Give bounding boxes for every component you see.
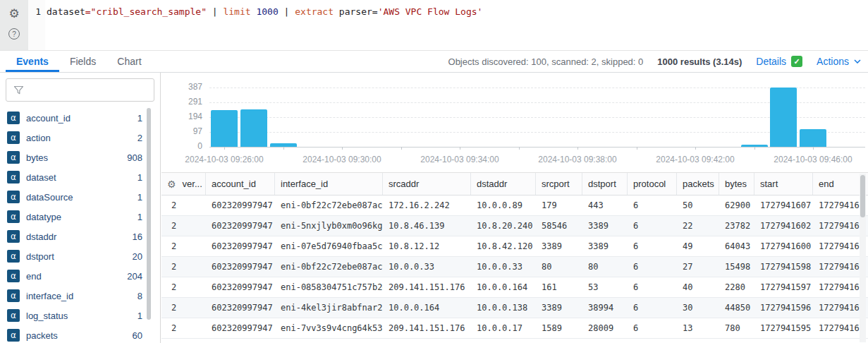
cell-interface_id[interactable]: eni-7vv3s9v4cng64k53i	[275, 323, 383, 333]
cell-ver[interactable]: 2	[161, 241, 206, 251]
column-header-dstaddr[interactable]: dstaddr	[471, 173, 536, 195]
cell-packets[interactable]: 40	[677, 282, 719, 292]
tab-events[interactable]: Events	[6, 51, 59, 72]
cell-bytes[interactable]: 62900	[719, 200, 754, 210]
cell-start[interactable]: 1727941598	[754, 262, 813, 272]
cell-account_id[interactable]: 602320997947	[206, 200, 275, 210]
table-scrollbar[interactable]	[860, 174, 866, 342]
cell-protocol[interactable]: 6	[628, 241, 677, 251]
cell-account_id[interactable]: 602320997947	[206, 221, 275, 231]
cell-srcport[interactable]: 1589	[536, 323, 582, 333]
cell-dstport[interactable]: 38994	[582, 303, 628, 313]
histogram-bar[interactable]	[800, 129, 826, 147]
cell-start[interactable]: 1727941607	[754, 200, 813, 210]
histogram-bar[interactable]	[211, 110, 238, 147]
cell-interface_id[interactable]: eni-0bf22c72ebe087ac9	[275, 262, 383, 272]
field-filter-input[interactable]	[30, 79, 154, 101]
cell-interface_id[interactable]: eni-5nxjlyb0xm0o96kgs	[275, 221, 383, 231]
cell-dstaddr[interactable]: 10.8.42.120	[471, 241, 536, 251]
column-settings-gear-icon[interactable]: ⚙	[167, 179, 176, 190]
cell-end[interactable]: 172794160	[813, 282, 860, 292]
query-input[interactable]: dataset="cribl_search_sample" | limit 10…	[47, 6, 482, 17]
cell-srcport[interactable]: 179	[536, 200, 582, 210]
settings-gear-icon[interactable]: ⚙	[6, 6, 22, 21]
cell-start[interactable]: 1727941596	[754, 303, 813, 313]
cell-protocol[interactable]: 6	[628, 200, 677, 210]
cell-dstport[interactable]: 3389	[582, 241, 628, 251]
cell-account_id[interactable]: 602320997947	[206, 303, 275, 313]
cell-srcaddr[interactable]: 209.141.151.176	[383, 323, 471, 333]
cell-end[interactable]: 172794160	[813, 241, 860, 251]
cell-packets[interactable]: 30	[677, 303, 719, 313]
sidebar-field-log_status[interactable]: αlog_status1	[0, 306, 161, 325]
cell-srcaddr[interactable]: 10.0.0.33	[383, 262, 471, 272]
cell-ver[interactable]: 2	[161, 282, 206, 292]
sidebar-field-interface_id[interactable]: αinterface_id8	[0, 286, 161, 306]
help-icon[interactable]: ?	[6, 26, 22, 42]
cell-packets[interactable]: 49	[677, 241, 719, 251]
cell-srcport[interactable]: 161	[536, 282, 582, 292]
cell-ver[interactable]: 2	[161, 323, 206, 333]
sidebar-scrollbar[interactable]	[147, 108, 151, 337]
cell-srcaddr[interactable]: 209.141.151.176	[383, 282, 471, 292]
column-header-start[interactable]: start	[754, 173, 813, 195]
cell-packets[interactable]: 13	[677, 323, 719, 333]
cell-srcaddr[interactable]: 10.0.0.164	[383, 303, 471, 313]
sidebar-scrollbar-thumb[interactable]	[147, 108, 151, 320]
cell-protocol[interactable]: 6	[628, 323, 677, 333]
cell-account_id[interactable]: 602320997947	[206, 282, 275, 292]
column-header-packets[interactable]: packets	[677, 173, 719, 195]
cell-srcport[interactable]: 58546	[536, 221, 582, 231]
sidebar-field-dstport[interactable]: αdstport20	[0, 246, 161, 266]
cell-dstport[interactable]: 28009	[582, 323, 628, 333]
cell-protocol[interactable]: 6	[628, 221, 677, 231]
cell-srcport[interactable]: 80	[536, 262, 582, 272]
cell-protocol[interactable]: 6	[628, 303, 677, 313]
cell-bytes[interactable]: 44850	[719, 303, 754, 313]
cell-account_id[interactable]: 602320997947	[206, 262, 275, 272]
cell-start[interactable]: 1727941600	[754, 241, 813, 251]
cell-start[interactable]: 1727941597	[754, 282, 813, 292]
histogram-bar[interactable]	[240, 109, 267, 147]
tab-fields[interactable]: Fields	[59, 51, 106, 72]
cell-bytes[interactable]: 64043	[719, 241, 754, 251]
cell-srcaddr[interactable]: 172.16.2.242	[383, 200, 471, 210]
cell-bytes[interactable]: 23782	[719, 221, 754, 231]
column-header-account_id[interactable]: account_id	[206, 173, 275, 195]
cell-interface_id[interactable]: eni-4kel3jir8abfnar2k	[275, 303, 383, 313]
cell-srcaddr[interactable]: 10.8.46.139	[383, 221, 471, 231]
cell-protocol[interactable]: 6	[628, 262, 677, 272]
details-button[interactable]: Details ✓	[756, 56, 802, 67]
cell-protocol[interactable]: 6	[628, 282, 677, 292]
cell-end[interactable]: 172794160	[813, 303, 860, 313]
cell-interface_id[interactable]: eni-07e5d76940fbaa5c6	[275, 241, 383, 251]
cell-end[interactable]: 172794161	[813, 200, 860, 210]
column-header-bytes[interactable]: bytes	[719, 173, 754, 195]
column-header-interface_id[interactable]: interface_id	[275, 173, 383, 195]
cell-dstaddr[interactable]: 10.0.0.33	[471, 262, 536, 272]
cell-srcport[interactable]: 3389	[536, 241, 582, 251]
cell-end[interactable]: 172794161	[813, 221, 860, 231]
sidebar-field-end[interactable]: αend204	[0, 266, 161, 286]
cell-start[interactable]: 1727941595	[754, 323, 813, 333]
sidebar-field-datatype[interactable]: αdatatype1	[0, 207, 161, 227]
sidebar-field-action[interactable]: αaction2	[0, 128, 161, 148]
tab-chart[interactable]: Chart	[106, 51, 152, 72]
column-header-protocol[interactable]: protocol	[628, 173, 677, 195]
column-header-srcaddr[interactable]: srcaddr	[383, 173, 471, 195]
cell-dstaddr[interactable]: 10.0.0.17	[471, 323, 536, 333]
cell-interface_id[interactable]: eni-0bf22c72ebe087ac9	[275, 200, 383, 210]
cell-packets[interactable]: 22	[677, 221, 719, 231]
column-header-dstport[interactable]: dstport	[582, 173, 628, 195]
cell-dstport[interactable]: 80	[582, 262, 628, 272]
column-header-srcport[interactable]: srcport	[536, 173, 582, 195]
cell-srcport[interactable]: 3389	[536, 303, 582, 313]
sidebar-field-dstaddr[interactable]: αdstaddr16	[0, 227, 161, 246]
cell-start[interactable]: 1727941602	[754, 221, 813, 231]
cell-dstport[interactable]: 443	[582, 200, 628, 210]
cell-ver[interactable]: 2	[161, 200, 206, 210]
cell-dstaddr[interactable]: 10.0.0.164	[471, 282, 536, 292]
sidebar-field-account_id[interactable]: αaccount_id1	[0, 108, 161, 128]
cell-end[interactable]: 172794161	[813, 323, 860, 333]
cell-packets[interactable]: 50	[677, 200, 719, 210]
